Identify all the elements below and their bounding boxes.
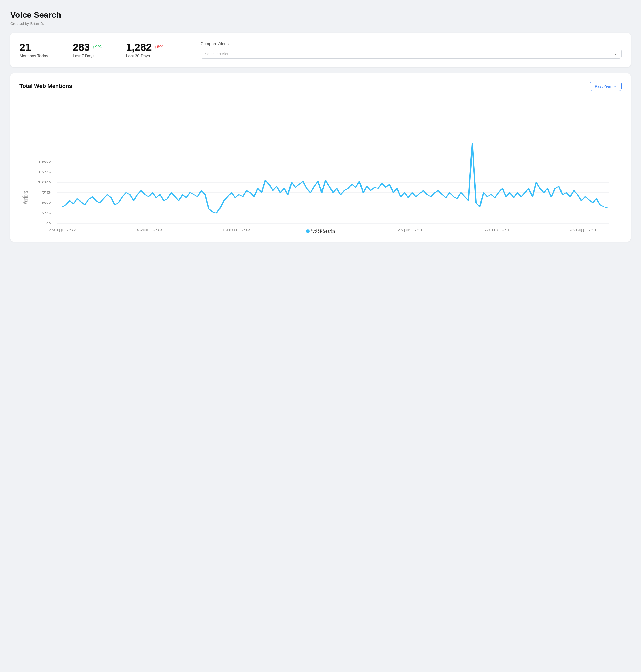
stat-value-last7: 283 ↑ 9% — [73, 42, 101, 53]
chart-svg: 0 25 50 75 100 125 150 Mentions Aug '20 … — [19, 100, 622, 223]
svg-text:Aug '21: Aug '21 — [570, 228, 598, 232]
svg-text:100: 100 — [37, 180, 51, 184]
chart-title: Total Web Mentions — [19, 83, 72, 90]
badge-up-last7: ↑ 9% — [93, 45, 101, 50]
stats-row: 21 Mentions Today 283 ↑ 9% Last 7 Days 1… — [19, 41, 622, 59]
stat-label-last30: Last 30 Days — [126, 54, 163, 58]
chart-legend: Voice Search — [19, 229, 622, 233]
svg-text:25: 25 — [42, 211, 51, 215]
chart-card: Total Web Mentions Past Year ⌄ 0 25 50 7… — [10, 73, 631, 242]
period-button-label: Past Year — [595, 84, 611, 88]
page-title: Voice Search — [10, 10, 631, 20]
legend-dot — [306, 230, 310, 233]
svg-text:0: 0 — [46, 221, 51, 225]
alert-select-placeholder: Select an Alert — [205, 52, 230, 56]
stat-last7: 283 ↑ 9% Last 7 Days — [73, 42, 114, 58]
vertical-divider — [188, 41, 188, 59]
stat-label-today: Mentions Today — [19, 54, 48, 58]
stat-label-last7: Last 7 Days — [73, 54, 101, 58]
svg-text:150: 150 — [37, 160, 51, 163]
chart-area: 0 25 50 75 100 125 150 Mentions Aug '20 … — [19, 96, 622, 233]
svg-text:75: 75 — [42, 191, 51, 194]
compare-label: Compare Alerts — [201, 42, 622, 46]
svg-text:Jun '21: Jun '21 — [485, 228, 511, 232]
svg-text:Aug '20: Aug '20 — [49, 228, 76, 232]
svg-text:Oct '20: Oct '20 — [136, 228, 162, 232]
page-header: Voice Search Created by Brian D. — [10, 10, 631, 26]
alert-select-dropdown[interactable]: Select an Alert ⌄ — [201, 49, 622, 59]
svg-text:Apr '21: Apr '21 — [398, 228, 424, 232]
chevron-down-icon: ⌄ — [613, 84, 617, 88]
chevron-down-icon: ⌄ — [614, 52, 617, 56]
chart-header: Total Web Mentions Past Year ⌄ — [19, 82, 622, 91]
period-button[interactable]: Past Year ⌄ — [590, 82, 622, 91]
svg-text:125: 125 — [37, 170, 51, 174]
svg-text:50: 50 — [42, 201, 51, 204]
page-subtitle: Created by Brian D. — [10, 21, 631, 26]
stat-value-last30: 1,282 ↓ 8% — [126, 42, 163, 53]
stat-mentions-today: 21 Mentions Today — [19, 42, 60, 58]
compare-block: Compare Alerts Select an Alert ⌄ — [201, 42, 622, 59]
stat-last30: 1,282 ↓ 8% Last 30 Days — [126, 42, 176, 58]
legend-label: Voice Search — [312, 229, 335, 233]
stat-value-today: 21 — [19, 42, 48, 53]
svg-text:Dec '20: Dec '20 — [223, 228, 250, 232]
stats-card: 21 Mentions Today 283 ↑ 9% Last 7 Days 1… — [10, 33, 631, 67]
badge-down-last30: ↓ 8% — [154, 45, 163, 50]
svg-text:Mentions: Mentions — [21, 191, 30, 205]
chart-line — [62, 143, 608, 213]
